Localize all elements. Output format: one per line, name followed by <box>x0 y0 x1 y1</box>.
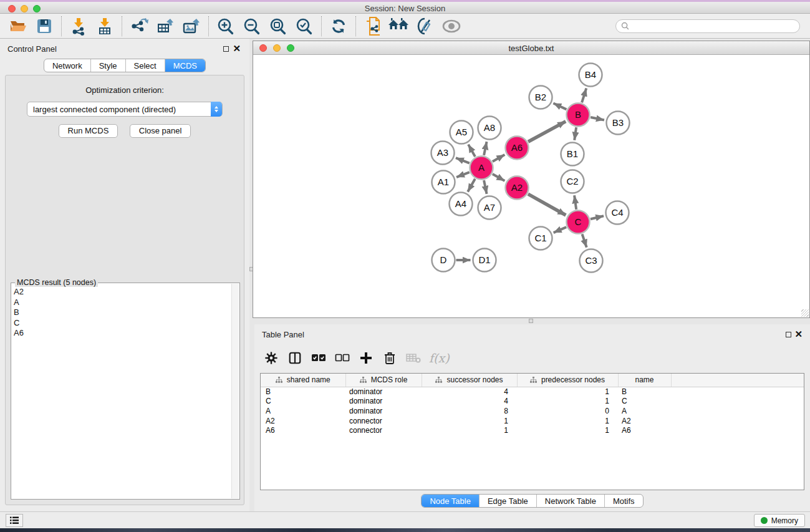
node-A8[interactable]: A8 <box>478 117 501 140</box>
network-window[interactable]: testGlobe.txt B4B2BB3A8A5A6A3B1AC2A1A2A4… <box>253 41 810 318</box>
export-network-button[interactable] <box>126 15 152 37</box>
column-header-successor-nodes[interactable]: successor nodes <box>422 374 517 387</box>
import-network-button[interactable] <box>65 15 92 37</box>
edge-B-B1[interactable] <box>574 127 576 140</box>
delete-row-button[interactable] <box>379 347 400 369</box>
zoom-selected-button[interactable] <box>291 15 317 37</box>
network-snapshot-button[interactable] <box>360 15 386 37</box>
network-graph[interactable]: B4B2BB3A8A5A6A3B1AC2A1A2A4A7C4CC1C3DD1 <box>253 55 809 317</box>
node-C[interactable]: C <box>567 211 590 234</box>
result-item[interactable]: A2 <box>12 287 231 297</box>
node-A3[interactable]: A3 <box>432 142 455 165</box>
horizontal-splitter[interactable] <box>253 318 810 324</box>
node-C1[interactable]: C1 <box>529 227 552 250</box>
float-panel-icon[interactable] <box>223 46 229 52</box>
save-session-button[interactable] <box>31 15 57 37</box>
edge-C-C2[interactable] <box>574 195 576 209</box>
table-settings-button[interactable] <box>261 347 282 369</box>
edge-A-A5[interactable] <box>468 145 475 157</box>
table-row[interactable]: A6connector11A6 <box>261 425 804 435</box>
result-item[interactable]: A6 <box>12 328 231 339</box>
edge-C-C3[interactable] <box>582 234 587 247</box>
float-panel-icon[interactable] <box>786 332 791 337</box>
edge-C-C1[interactable] <box>554 227 567 233</box>
run-mcds-button[interactable]: Run MCDS <box>59 124 118 138</box>
zoom-fit-button[interactable] <box>265 15 291 37</box>
node-A1[interactable]: A1 <box>432 171 455 194</box>
column-header-shared-name[interactable]: shared name <box>261 374 345 387</box>
tab-select[interactable]: Select <box>125 59 165 72</box>
result-item[interactable]: A <box>12 297 231 308</box>
edge-A-A6[interactable] <box>493 155 505 162</box>
node-C3[interactable]: C3 <box>580 249 603 273</box>
node-B3[interactable]: B3 <box>607 112 630 135</box>
node-B[interactable]: B <box>567 104 590 127</box>
result-scrollbar[interactable] <box>231 284 239 498</box>
tab-network[interactable]: Network <box>44 59 90 72</box>
result-item[interactable]: C <box>12 318 231 329</box>
edge-A2-C[interactable] <box>528 194 566 215</box>
node-A2[interactable]: A2 <box>506 177 529 200</box>
import-table-button[interactable] <box>92 15 118 37</box>
edge-A6-B[interactable] <box>528 122 566 142</box>
close-panel-icon[interactable]: ✕ <box>233 42 241 55</box>
table-row[interactable]: Cdominator41C <box>261 397 804 407</box>
edge-A-A3[interactable] <box>456 158 470 163</box>
splitter-grip[interactable] <box>529 319 533 323</box>
node-table[interactable]: shared nameMCDS rolesuccessor nodesprede… <box>260 373 804 490</box>
edge-B-B2[interactable] <box>553 104 566 110</box>
column-visibility-button[interactable] <box>284 347 306 369</box>
criterion-select[interactable]: largest connected component (directed) <box>27 102 223 117</box>
node-C4[interactable]: C4 <box>606 201 629 225</box>
node-A7[interactable]: A7 <box>478 196 501 220</box>
network-window-titlebar[interactable]: testGlobe.txt <box>253 41 809 55</box>
search-box[interactable] <box>615 19 800 33</box>
node-B1[interactable]: B1 <box>561 143 584 166</box>
close-panel-button[interactable]: Close panel <box>130 124 191 138</box>
edge-A-A1[interactable] <box>456 172 470 177</box>
tab-style[interactable]: Style <box>90 59 125 72</box>
node-A5[interactable]: A5 <box>450 121 473 144</box>
edge-C-C4[interactable] <box>591 216 604 219</box>
add-row-button[interactable] <box>355 347 377 369</box>
edge-B-B4[interactable] <box>582 88 586 102</box>
browser-home-button[interactable] <box>386 15 412 37</box>
tab-network-table[interactable]: Network Table <box>536 495 604 507</box>
memory-button[interactable]: Memory <box>754 514 805 527</box>
network-canvas[interactable]: B4B2BB3A8A5A6A3B1AC2A1A2A4A7C4CC1C3DD1 <box>253 55 809 317</box>
zoom-out-button[interactable] <box>239 15 265 37</box>
node-A6[interactable]: A6 <box>506 137 529 160</box>
node-D1[interactable]: D1 <box>473 249 496 272</box>
node-B4[interactable]: B4 <box>579 64 602 87</box>
node-A[interactable]: A <box>470 157 493 180</box>
node-A4[interactable]: A4 <box>450 193 473 216</box>
open-file-button[interactable] <box>5 15 31 37</box>
node-D[interactable]: D <box>432 249 455 272</box>
close-panel-icon[interactable]: ✕ <box>794 328 803 341</box>
tab-node-table[interactable]: Node Table <box>422 495 479 507</box>
show-panels-button[interactable] <box>6 514 23 527</box>
export-table-button[interactable] <box>152 15 178 37</box>
mcds-result-list[interactable]: A2ABCA6 <box>12 287 231 498</box>
table-row[interactable]: Bdominator41B <box>261 387 804 397</box>
table-row[interactable]: A2connector11A2 <box>261 416 804 426</box>
tab-mcds[interactable]: MCDS <box>165 59 205 72</box>
edge-A-A8[interactable] <box>484 142 486 155</box>
show-view-button[interactable] <box>438 15 465 37</box>
resize-corner-icon[interactable] <box>801 309 809 317</box>
export-image-button[interactable] <box>178 15 205 37</box>
deselect-all-button[interactable] <box>332 347 353 369</box>
tab-edge-table[interactable]: Edge Table <box>479 495 536 507</box>
edge-A-A7[interactable] <box>484 180 486 194</box>
column-header-name[interactable]: name <box>618 374 671 387</box>
select-all-button[interactable] <box>308 347 329 369</box>
node-C2[interactable]: C2 <box>561 170 584 193</box>
edge-B-B3[interactable] <box>591 117 604 120</box>
column-header-predecessor-nodes[interactable]: predecessor nodes <box>517 374 618 387</box>
edge-A-A4[interactable] <box>468 179 475 192</box>
tab-motifs[interactable]: Motifs <box>604 495 643 507</box>
table-header-row[interactable]: shared nameMCDS rolesuccessor nodesprede… <box>261 374 804 387</box>
column-header-MCDS-role[interactable]: MCDS role <box>345 374 422 387</box>
search-input[interactable] <box>632 22 794 31</box>
zoom-in-button[interactable] <box>213 15 239 37</box>
